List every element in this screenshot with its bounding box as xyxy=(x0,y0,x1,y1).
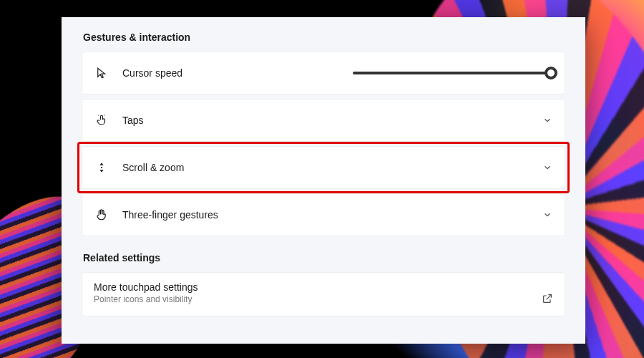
chevron-down-icon xyxy=(542,162,553,173)
slider-track xyxy=(353,72,553,74)
row-more-touchpad-settings[interactable]: More touchpad settings Pointer icons and… xyxy=(82,272,565,316)
cursor-icon xyxy=(94,65,109,81)
cursor-speed-slider[interactable] xyxy=(353,66,553,80)
row-cursor-speed[interactable]: Cursor speed xyxy=(82,52,565,95)
section-title-gestures: Gestures & interaction xyxy=(83,32,565,43)
scroll-zoom-icon xyxy=(94,160,109,175)
row-label: Three-finger gestures xyxy=(122,209,218,221)
svg-point-0 xyxy=(101,167,102,168)
settings-panel: Gestures & interaction Cursor speed xyxy=(62,17,585,344)
tap-icon xyxy=(94,112,109,128)
slider-thumb[interactable] xyxy=(545,67,557,79)
popout-icon xyxy=(542,293,553,304)
row-label: More touchpad settings xyxy=(94,281,198,293)
row-label: Scroll & zoom xyxy=(122,162,184,173)
section-title-related: Related settings xyxy=(83,252,565,263)
row-scroll-zoom[interactable]: Scroll & zoom xyxy=(82,146,565,189)
chevron-down-icon xyxy=(542,115,553,126)
hand-icon xyxy=(94,207,109,223)
panel-fade xyxy=(62,329,585,344)
row-sublabel: Pointer icons and visibility xyxy=(94,294,198,304)
row-label: Taps xyxy=(122,115,144,126)
chevron-down-icon xyxy=(542,209,553,221)
row-taps[interactable]: Taps xyxy=(82,99,565,142)
row-label: Cursor speed xyxy=(122,67,182,79)
row-three-finger[interactable]: Three-finger gestures xyxy=(82,193,565,236)
